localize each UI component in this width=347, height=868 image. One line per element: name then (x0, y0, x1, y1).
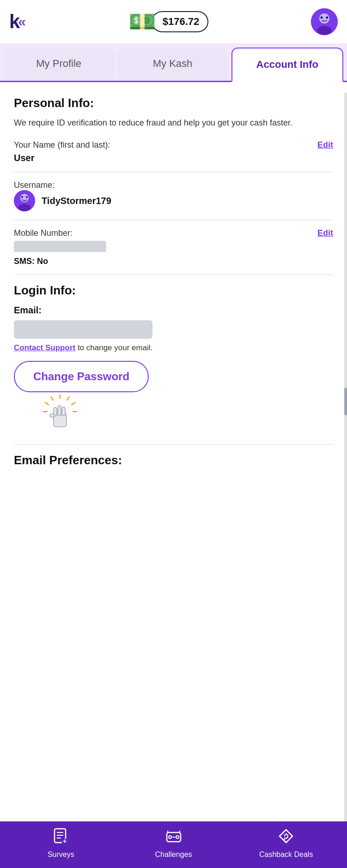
hand-cursor-area (42, 395, 333, 436)
avatar[interactable] (311, 8, 338, 35)
tabs: My Profile My Kash Account Info (0, 44, 347, 82)
mobile-field-row: Mobile Number: Edit (14, 228, 333, 238)
tab-my-kash[interactable]: My Kash (117, 48, 227, 81)
mobile-edit-link[interactable]: Edit (317, 228, 333, 238)
svg-point-8 (21, 196, 23, 198)
contact-support-row: Contact Support to change your email. (14, 343, 333, 353)
cashback-icon (278, 828, 294, 848)
personal-info-section: Personal Info: We require ID verificatio… (14, 96, 333, 275)
svg-point-7 (18, 204, 30, 211)
main-content: Personal Info: We require ID verificatio… (0, 82, 347, 574)
mobile-redacted (14, 241, 106, 252)
nav-challenges[interactable]: Challenges (117, 828, 230, 859)
header: k « 💵 $176.72 (0, 0, 347, 44)
svg-point-9 (26, 196, 28, 198)
email-label: Email: (14, 305, 333, 316)
hand-cursor-icon (42, 395, 79, 436)
surveys-icon (53, 828, 69, 848)
scroll-thumb (344, 388, 347, 415)
change-password-button[interactable]: Change Password (14, 361, 149, 392)
personal-info-desc: We require ID verification to reduce fra… (14, 117, 333, 129)
login-info-section: Login Info: Email: Contact Support to ch… (14, 283, 333, 445)
contact-support-link[interactable]: Contact Support (14, 343, 75, 352)
email-preferences-section: Email Preferences: (14, 453, 333, 467)
divider-1 (14, 172, 333, 172)
svg-rect-19 (58, 406, 61, 416)
svg-line-12 (72, 402, 75, 405)
svg-point-2 (317, 26, 332, 35)
svg-line-15 (45, 402, 49, 405)
money-icon: 💵 (128, 9, 156, 35)
logo: k « (9, 12, 26, 31)
nav-cashback[interactable]: Cashback Deals (230, 828, 342, 859)
login-info-title: Login Info: (14, 283, 333, 298)
name-value: User (14, 153, 333, 163)
cashback-label: Cashback Deals (259, 850, 313, 859)
bottom-nav: Surveys Challenges Cashback Deals (0, 821, 347, 868)
email-redacted (14, 320, 152, 339)
mobile-label: Mobile Number: (14, 228, 73, 238)
svg-rect-21 (50, 414, 55, 417)
nav-surveys[interactable]: Surveys (5, 828, 117, 859)
personal-info-title: Personal Info: (14, 96, 333, 110)
username-avatar (14, 190, 35, 211)
username-value: TidyStormer179 (14, 190, 333, 211)
challenges-icon (165, 828, 182, 848)
contact-desc: to change your email. (78, 343, 153, 352)
svg-rect-20 (62, 407, 65, 416)
divider-3 (14, 275, 333, 275)
svg-point-31 (176, 836, 179, 838)
email-pref-title: Email Preferences: (14, 453, 333, 467)
svg-point-3 (320, 17, 323, 19)
divider-4 (14, 444, 333, 445)
name-field-row: Your Name (first and last): Edit (14, 140, 333, 150)
name-edit-link[interactable]: Edit (317, 140, 333, 150)
svg-line-14 (51, 397, 53, 400)
tab-account-info[interactable]: Account Info (231, 48, 343, 82)
username-label: Username: (14, 180, 333, 190)
svg-point-4 (326, 17, 328, 19)
name-label: Your Name (first and last): (14, 140, 110, 150)
sms-status: SMS: No (14, 257, 333, 266)
svg-point-30 (169, 836, 171, 838)
tab-my-profile[interactable]: My Profile (4, 48, 114, 81)
logo-chevrons: « (18, 14, 26, 30)
challenges-label: Challenges (155, 850, 192, 859)
surveys-label: Surveys (48, 850, 74, 859)
balance-display: $176.72 (152, 11, 209, 32)
divider-2 (14, 220, 333, 220)
username-text: TidyStormer179 (42, 196, 111, 206)
balance-area: 💵 $176.72 (128, 9, 209, 35)
svg-line-11 (67, 397, 69, 400)
scrollbar[interactable] (344, 92, 347, 831)
